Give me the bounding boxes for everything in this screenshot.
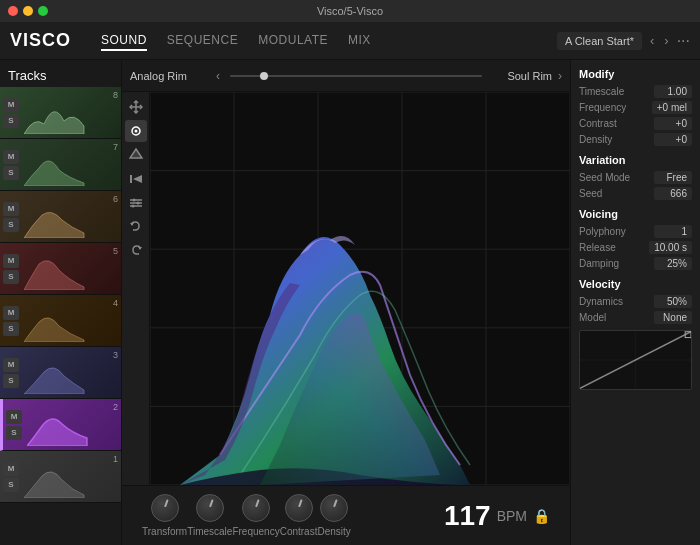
velocity-section-title: Velocity <box>579 278 692 290</box>
track-1-mute[interactable]: M <box>3 462 19 476</box>
lock-icon[interactable]: 🔒 <box>533 508 550 524</box>
track-4-solo[interactable]: S <box>3 322 19 336</box>
polyphony-row: Polyphony 1 <box>579 225 692 238</box>
nav-right-controls: A Clean Start* ‹ › ··· <box>557 31 690 50</box>
damping-param-value[interactable]: 25% <box>654 257 692 270</box>
next-preset-button[interactable]: › <box>662 31 670 50</box>
track-3-solo[interactable]: S <box>3 374 19 388</box>
track-8-mute[interactable]: M <box>3 98 19 112</box>
contrast-param-value[interactable]: +0 <box>654 117 692 130</box>
track-row-8[interactable]: M S 8 <box>0 87 121 139</box>
tab-sequence[interactable]: SEQUENCE <box>167 31 238 51</box>
contrast-row: Contrast +0 <box>579 117 692 130</box>
track-5-mute[interactable]: M <box>3 254 19 268</box>
model-param-value[interactable]: None <box>654 311 692 324</box>
menu-button[interactable]: ··· <box>677 32 690 50</box>
timescale-label: Timescale <box>187 526 232 537</box>
dynamics-param-value[interactable]: 50% <box>654 295 692 308</box>
polyphony-param-value[interactable]: 1 <box>654 225 692 238</box>
track-8-solo[interactable]: S <box>3 114 19 128</box>
density-param-value[interactable]: +0 <box>654 133 692 146</box>
maximize-button[interactable] <box>38 6 48 16</box>
bpm-label: BPM <box>497 508 527 524</box>
release-param-value[interactable]: 10.00 s <box>649 241 692 254</box>
track-1-solo[interactable]: S <box>3 478 19 492</box>
track-6-mute[interactable]: M <box>3 202 19 216</box>
track-2-waveform <box>25 399 121 450</box>
track-row-6[interactable]: M S 6 <box>0 191 121 243</box>
sound-bar: Analog Rim ‹ Soul Rim › <box>122 60 570 92</box>
timescale-row: Timescale 1.00 <box>579 85 692 98</box>
main-canvas[interactable] <box>150 92 570 485</box>
timescale-control: Timescale <box>187 494 232 537</box>
bpm-value: 117 <box>444 500 491 532</box>
cursor-tool-button[interactable] <box>125 120 147 142</box>
track-3-number: 3 <box>113 350 118 360</box>
track-3-mute[interactable]: M <box>3 358 19 372</box>
track-6-waveform <box>22 191 121 242</box>
contrast-control: Contrast <box>280 494 318 537</box>
seed-row: Seed 666 <box>579 187 692 200</box>
svg-marker-2 <box>130 149 142 158</box>
track-7-solo[interactable]: S <box>3 166 19 180</box>
track-4-mute[interactable]: M <box>3 306 19 320</box>
drag-tool-button[interactable] <box>125 96 147 118</box>
track-3-waveform <box>22 347 121 398</box>
rewind-tool-button[interactable] <box>125 168 147 190</box>
dynamics-row: Dynamics 50% <box>579 295 692 308</box>
sound-next-button[interactable]: › <box>558 69 562 83</box>
app-logo: VISCO <box>10 30 71 51</box>
tab-modulate[interactable]: MODULATE <box>258 31 328 51</box>
sound-slider-container <box>226 75 486 77</box>
track-row-5[interactable]: M S 5 <box>0 243 121 295</box>
density-param-label: Density <box>579 134 612 145</box>
density-knob[interactable] <box>320 494 348 522</box>
velocity-curve-svg <box>580 331 691 389</box>
contrast-label: Contrast <box>280 526 318 537</box>
seed-param-value[interactable]: 666 <box>654 187 692 200</box>
frequency-row: Frequency +0 mel <box>579 101 692 114</box>
sound-slider[interactable] <box>230 75 482 77</box>
preset-name[interactable]: A Clean Start* <box>557 32 642 50</box>
app-container: VISCO SOUND SEQUENCE MODULATE MIX A Clea… <box>0 22 700 545</box>
frequency-control: Frequency <box>232 494 279 537</box>
settings-tool-button[interactable] <box>125 192 147 214</box>
velocity-curve[interactable] <box>579 330 692 390</box>
tracks-panel: Tracks M S 8 <box>0 60 122 545</box>
tab-sound[interactable]: SOUND <box>101 31 147 51</box>
contrast-knob[interactable] <box>285 494 313 522</box>
fill-tool-button[interactable] <box>125 144 147 166</box>
track-5-number: 5 <box>113 246 118 256</box>
damping-row: Damping 25% <box>579 257 692 270</box>
track-row-2[interactable]: M S 2 <box>0 399 121 451</box>
track-2-solo[interactable]: S <box>6 426 22 440</box>
track-5-solo[interactable]: S <box>3 270 19 284</box>
density-control: Density <box>317 494 350 537</box>
instrument-shape <box>160 175 480 485</box>
undo-tool-button[interactable] <box>125 216 147 238</box>
track-7-mute[interactable]: M <box>3 150 19 164</box>
track-2-mute[interactable]: M <box>6 410 22 424</box>
track-row-3[interactable]: M S 3 <box>0 347 121 399</box>
sound-prev-button[interactable]: ‹ <box>216 69 220 83</box>
tab-mix[interactable]: MIX <box>348 31 371 51</box>
track-row-4[interactable]: M S 4 <box>0 295 121 347</box>
top-navigation: VISCO SOUND SEQUENCE MODULATE MIX A Clea… <box>0 22 700 60</box>
transform-knob[interactable] <box>151 494 179 522</box>
frequency-knob[interactable] <box>242 494 270 522</box>
track-8-waveform <box>22 87 121 138</box>
prev-preset-button[interactable]: ‹ <box>648 31 656 50</box>
track-row-7[interactable]: M S 7 <box>0 139 121 191</box>
track-1-waveform <box>22 451 121 502</box>
timescale-knob[interactable] <box>196 494 224 522</box>
main-content: Tracks M S 8 <box>0 60 700 545</box>
redo-tool-button[interactable] <box>125 240 147 262</box>
seed-mode-param-value[interactable]: Free <box>654 171 692 184</box>
close-button[interactable] <box>8 6 18 16</box>
track-4-waveform <box>22 295 121 346</box>
minimize-button[interactable] <box>23 6 33 16</box>
timescale-param-value[interactable]: 1.00 <box>654 85 692 98</box>
track-6-solo[interactable]: S <box>3 218 19 232</box>
track-row-1[interactable]: M S 1 <box>0 451 121 503</box>
frequency-param-value[interactable]: +0 mel <box>652 101 692 114</box>
